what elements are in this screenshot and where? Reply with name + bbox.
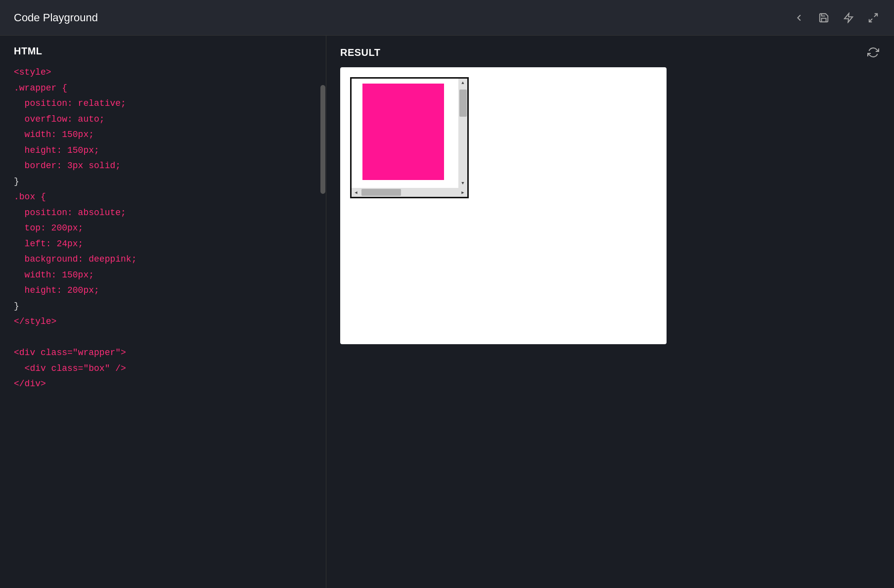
code-token: <div class="wrapper"> xyxy=(14,348,126,358)
code-line: border: 3px solid; xyxy=(14,158,312,174)
code-token: <div class="box" /> xyxy=(14,363,126,373)
code-token: .box { xyxy=(14,192,46,202)
code-line: } xyxy=(14,299,312,315)
code-token: .wrapper { xyxy=(14,83,67,93)
code-token: position: absolute; xyxy=(14,208,126,218)
result-hscroll-left-btn[interactable]: ◀ xyxy=(352,188,360,197)
code-token: left: 24px; xyxy=(14,239,83,249)
code-token: overflow: auto; xyxy=(14,114,105,124)
fullscreen-icon[interactable] xyxy=(866,11,880,25)
code-line: <style> xyxy=(14,65,312,81)
code-line: left: 24px; xyxy=(14,236,312,252)
code-line: .wrapper { xyxy=(14,81,312,96)
editor-panel: HTML <style> .wrapper { position: relati… xyxy=(0,36,326,588)
code-token: background: deeppink; xyxy=(14,254,136,264)
result-title: RESULT xyxy=(340,47,381,58)
code-token: height: 150px; xyxy=(14,145,99,155)
save-icon[interactable] xyxy=(817,11,831,25)
result-header: RESULT xyxy=(326,36,894,67)
code-token: width: 150px; xyxy=(14,130,94,139)
code-line: width: 150px; xyxy=(14,268,312,283)
code-token: width: 150px; xyxy=(14,270,94,280)
code-token: } xyxy=(14,177,19,186)
editor-scrollbar-track xyxy=(320,65,326,588)
code-line xyxy=(14,330,312,346)
code-line: } xyxy=(14,174,312,190)
run-icon[interactable] xyxy=(842,11,855,25)
code-line: <div class="wrapper"> xyxy=(14,345,312,361)
app-title: Code Playground xyxy=(14,11,98,24)
result-panel: RESULT xyxy=(326,36,894,588)
code-line: </style> xyxy=(14,314,312,330)
result-hscroll-track[interactable]: ◀ ▶ xyxy=(352,188,467,197)
code-line: height: 150px; xyxy=(14,143,312,159)
back-icon[interactable] xyxy=(792,11,806,25)
editor-scrollbar-thumb[interactable] xyxy=(320,85,325,194)
result-hscroll-right-btn[interactable]: ▶ xyxy=(458,188,467,197)
svg-line-1 xyxy=(874,13,877,16)
result-vscroll-track[interactable]: ▲ ▼ xyxy=(458,79,467,197)
code-line: .box { xyxy=(14,189,312,205)
code-line: position: absolute; xyxy=(14,205,312,221)
code-line: height: 200px; xyxy=(14,283,312,299)
result-preview-area: ▲ ▼ ◀ ▶ xyxy=(340,67,667,344)
result-content: ▲ ▼ ◀ ▶ xyxy=(326,67,894,588)
code-line: overflow: auto; xyxy=(14,112,312,128)
code-line: background: deeppink; xyxy=(14,252,312,268)
topbar: Code Playground xyxy=(0,0,894,36)
code-line: <div class="box" /> xyxy=(14,361,312,377)
code-token: top: 200px; xyxy=(14,223,83,233)
code-line: top: 200px; xyxy=(14,221,312,236)
code-token: height: 200px; xyxy=(14,285,99,295)
svg-marker-0 xyxy=(845,13,853,22)
code-line: width: 150px; xyxy=(14,127,312,143)
code-area[interactable]: <style> .wrapper { position: relative; o… xyxy=(0,65,326,588)
result-vscroll-down-btn[interactable]: ▼ xyxy=(458,179,467,188)
result-wrapper-box: ▲ ▼ ◀ ▶ xyxy=(350,77,469,198)
result-deeppink-box xyxy=(362,84,444,180)
code-token: </div> xyxy=(14,379,46,389)
svg-line-2 xyxy=(869,18,872,21)
code-line: position: relative; xyxy=(14,96,312,112)
editor-header: HTML xyxy=(0,36,326,65)
refresh-button[interactable] xyxy=(866,45,880,59)
result-hscroll-thumb[interactable] xyxy=(361,189,401,196)
topbar-actions xyxy=(792,11,880,25)
code-token: </style> xyxy=(14,317,56,326)
code-line: </div> xyxy=(14,376,312,392)
result-vscroll-thumb[interactable] xyxy=(459,90,467,117)
result-vscroll-up-btn[interactable]: ▲ xyxy=(458,79,467,88)
code-token: border: 3px solid; xyxy=(14,161,121,171)
main-layout: HTML <style> .wrapper { position: relati… xyxy=(0,36,894,588)
code-token: <style> xyxy=(14,67,51,77)
code-token: } xyxy=(14,301,19,311)
code-token: position: relative; xyxy=(14,98,126,108)
